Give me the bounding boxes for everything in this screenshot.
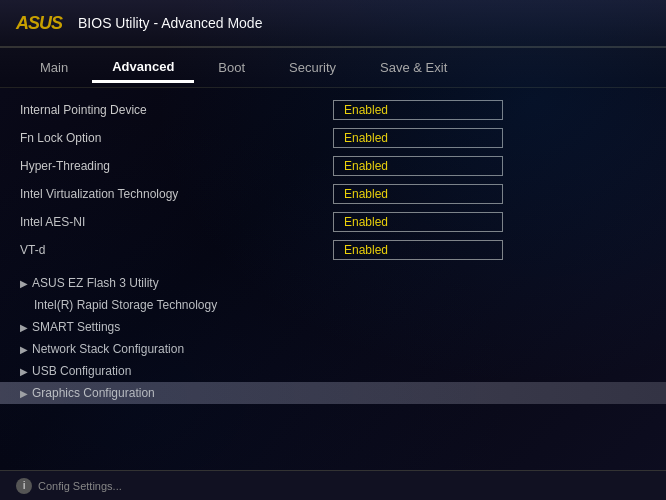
bios-screen: ASUS BIOS Utility - Advanced Mode Main A… — [0, 0, 666, 500]
arrow-icon: ▶ — [20, 322, 28, 333]
tab-save-exit[interactable]: Save & Exit — [360, 54, 467, 81]
footer-text: Config Settings... — [38, 480, 122, 492]
submenu-list: ▶ ASUS EZ Flash 3 Utility Intel(R) Rapid… — [0, 268, 666, 408]
label-fn-lock: Fn Lock Option — [20, 131, 333, 145]
header-bar: ASUS BIOS Utility - Advanced Mode — [0, 0, 666, 48]
tab-main[interactable]: Main — [20, 54, 88, 81]
tab-advanced[interactable]: Advanced — [92, 53, 194, 83]
setting-row-fn-lock: Fn Lock Option Enabled — [20, 124, 646, 152]
info-icon: i — [16, 478, 32, 494]
value-internal-pointing[interactable]: Enabled — [333, 100, 503, 120]
header-title: BIOS Utility - Advanced Mode — [78, 15, 262, 31]
setting-row-hyper-threading: Hyper-Threading Enabled — [20, 152, 646, 180]
submenu-asus-ez-flash[interactable]: ▶ ASUS EZ Flash 3 Utility — [20, 272, 646, 294]
arrow-icon: ▶ — [20, 388, 28, 399]
submenu-usb-config[interactable]: ▶ USB Configuration — [20, 360, 646, 382]
label-intel-aes: Intel AES-NI — [20, 215, 333, 229]
nav-tabs: Main Advanced Boot Security Save & Exit — [0, 48, 666, 88]
footer-bar: i Config Settings... — [0, 470, 666, 500]
submenu-intel-rapid[interactable]: Intel(R) Rapid Storage Technology — [20, 294, 646, 316]
setting-row-vtd: VT-d Enabled — [20, 236, 646, 264]
setting-row-intel-virt: Intel Virtualization Technology Enabled — [20, 180, 646, 208]
label-internal-pointing: Internal Pointing Device — [20, 103, 333, 117]
value-vtd[interactable]: Enabled — [333, 240, 503, 260]
label-intel-virt: Intel Virtualization Technology — [20, 187, 333, 201]
arrow-icon: ▶ — [20, 366, 28, 377]
value-fn-lock[interactable]: Enabled — [333, 128, 503, 148]
submenu-network-stack[interactable]: ▶ Network Stack Configuration — [20, 338, 646, 360]
setting-row-intel-aes: Intel AES-NI Enabled — [20, 208, 646, 236]
label-hyper-threading: Hyper-Threading — [20, 159, 333, 173]
tab-boot[interactable]: Boot — [198, 54, 265, 81]
arrow-icon: ▶ — [20, 344, 28, 355]
label-vtd: VT-d — [20, 243, 333, 257]
submenu-smart-settings[interactable]: ▶ SMART Settings — [20, 316, 646, 338]
settings-area: Internal Pointing Device Enabled Fn Lock… — [0, 88, 666, 268]
setting-row-internal-pointing: Internal Pointing Device Enabled — [20, 96, 646, 124]
asus-logo: ASUS — [16, 13, 62, 34]
tab-security[interactable]: Security — [269, 54, 356, 81]
value-intel-virt[interactable]: Enabled — [333, 184, 503, 204]
arrow-icon: ▶ — [20, 278, 28, 289]
submenu-graphics-config[interactable]: ▶ Graphics Configuration — [0, 382, 666, 404]
value-intel-aes[interactable]: Enabled — [333, 212, 503, 232]
value-hyper-threading[interactable]: Enabled — [333, 156, 503, 176]
